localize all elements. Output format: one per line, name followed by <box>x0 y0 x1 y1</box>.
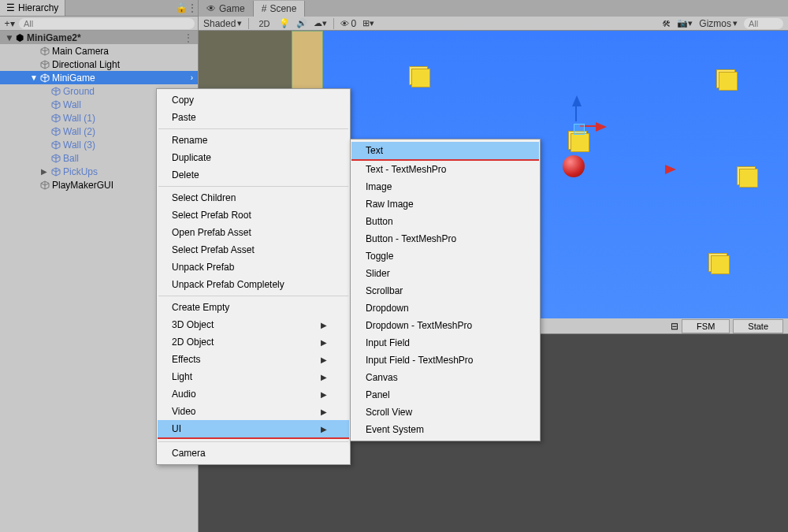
lock-icon[interactable]: 🔒 <box>176 2 187 13</box>
menu-item-slider[interactable]: Slider <box>351 265 539 282</box>
tab-scene[interactable]: # Scene <box>254 1 306 17</box>
fx-icon[interactable]: ☁▾ <box>314 18 327 28</box>
gizmos-dropdown[interactable]: Gizmos ▾ <box>699 18 738 29</box>
menu-item-delete[interactable]: Delete <box>158 166 349 184</box>
menu-item-select-prefab-root[interactable]: Select Prefab Root <box>158 206 349 224</box>
hierarchy-item[interactable]: Directional Light <box>0 58 198 71</box>
menu-item-select-children[interactable]: Select Children <box>158 189 349 206</box>
menu-item-event-system[interactable]: Event System <box>351 421 539 438</box>
gameobject-icon <box>39 46 50 57</box>
transform-gizmo[interactable] <box>558 110 589 141</box>
expand-icon[interactable]: ▼ <box>30 73 38 82</box>
audio-icon[interactable]: 🔊 <box>296 18 307 28</box>
camera-icon[interactable]: 📷▾ <box>677 18 693 28</box>
menu-item-toggle[interactable]: Toggle <box>351 247 539 265</box>
menu-item-input-field-textmeshpro[interactable]: Input Field - TextMeshPro <box>351 352 539 369</box>
visibility-toggle[interactable]: 👁0 <box>340 18 356 29</box>
menu-item-create-empty[interactable]: Create Empty <box>158 299 349 316</box>
hierarchy-item[interactable]: ▼MiniGame› <box>0 71 198 84</box>
menu-item-label: Open Prefab Asset <box>172 227 251 238</box>
collapse-icon[interactable]: ⊟ <box>671 321 678 332</box>
menu-icon[interactable]: ⋮ <box>187 2 198 13</box>
hierarchy-item-label: Wall (2) <box>63 126 95 137</box>
gameobject-icon <box>50 86 61 97</box>
tools-icon[interactable]: 🛠 <box>662 19 671 28</box>
menu-item-light[interactable]: Light▶ <box>158 368 349 385</box>
menu-item-copy[interactable]: Copy <box>158 91 349 109</box>
menu-item-label: Panel <box>366 389 390 400</box>
menu-item-scrollbar[interactable]: Scrollbar <box>351 282 539 299</box>
submenu-arrow-icon: ▶ <box>297 321 327 329</box>
submenu-arrow-icon: ▶ <box>297 373 327 381</box>
menu-item-rename[interactable]: Rename <box>158 132 349 149</box>
menu-item-label: Scroll View <box>366 407 412 418</box>
menu-item-dropdown[interactable]: Dropdown <box>351 299 539 317</box>
menu-item-input-field[interactable]: Input Field <box>351 334 539 352</box>
menu-item-unpack-prefab[interactable]: Unpack Prefab <box>158 259 349 276</box>
menu-item-button[interactable]: Button <box>351 213 539 230</box>
add-button[interactable]: +▾ <box>3 17 16 30</box>
menu-item-open-prefab-asset[interactable]: Open Prefab Asset <box>158 224 349 241</box>
menu-item-select-prefab-asset[interactable]: Select Prefab Asset <box>158 241 349 259</box>
tab-game[interactable]: 👁 Game <box>199 1 254 17</box>
context-menu-main: CopyPasteRenameDuplicateDeleteSelect Chi… <box>156 88 351 465</box>
menu-item-text-textmeshpro[interactable]: Text - TextMeshPro <box>351 161 539 178</box>
menu-item-button-textmeshpro[interactable]: Button - TextMeshPro <box>351 230 539 247</box>
context-menu-ui: TextText - TextMeshProImageRaw ImageButt… <box>350 139 541 441</box>
transform-gizmo-secondary[interactable] <box>627 152 659 184</box>
menu-item-text[interactable]: Text <box>351 142 539 159</box>
pickup-cube[interactable] <box>411 69 432 89</box>
pickup-cube[interactable] <box>739 169 760 189</box>
gameobject-icon <box>39 180 50 191</box>
menu-item-label: Toggle <box>366 251 393 262</box>
scene-search-input[interactable] <box>744 18 783 29</box>
expand-icon[interactable]: ▶ <box>41 167 49 176</box>
menu-item-3d-object[interactable]: 3D Object▶ <box>158 316 349 333</box>
fsm-button[interactable]: FSM <box>682 319 730 333</box>
menu-item-label: Effects <box>172 354 200 365</box>
menu-item-label: Raw Image <box>366 199 414 210</box>
hierarchy-item[interactable]: Main Camera <box>0 44 198 58</box>
scene-options-icon[interactable]: ⋮ <box>184 32 198 43</box>
menu-item-label: Scrollbar <box>366 285 403 296</box>
menu-item-duplicate[interactable]: Duplicate <box>158 149 349 166</box>
menu-item-panel[interactable]: Panel <box>351 386 539 404</box>
menu-item-audio[interactable]: Audio▶ <box>158 385 349 403</box>
ball-object[interactable] <box>563 155 585 177</box>
menu-item-2d-object[interactable]: 2D Object▶ <box>158 333 349 351</box>
menu-item-label: Video <box>172 406 195 417</box>
hierarchy-item-label: Wall (3) <box>63 140 95 151</box>
pickup-cube[interactable] <box>711 255 731 276</box>
prefab-arrow-icon[interactable]: › <box>191 73 198 82</box>
light-icon[interactable]: 💡 <box>279 18 290 28</box>
menu-item-effects[interactable]: Effects▶ <box>158 351 349 368</box>
hierarchy-search-input[interactable] <box>19 18 195 29</box>
menu-item-label: Select Children <box>172 192 236 203</box>
scene-header-row[interactable]: ▼ ⬢ MiniGame2* ⋮ <box>0 31 198 44</box>
menu-item-camera[interactable]: Camera <box>158 445 349 462</box>
scene-name: MiniGame2* <box>27 32 81 43</box>
mode-2d-button[interactable]: 2D <box>255 19 273 28</box>
menu-item-video[interactable]: Video▶ <box>158 403 349 420</box>
menu-item-paste[interactable]: Paste <box>158 109 349 126</box>
menu-item-label: Dropdown - TextMeshPro <box>366 320 472 331</box>
menu-item-dropdown-textmeshpro[interactable]: Dropdown - TextMeshPro <box>351 317 539 334</box>
menu-item-canvas[interactable]: Canvas <box>351 369 539 386</box>
menu-item-label: Input Field - TextMeshPro <box>366 355 474 366</box>
menu-item-image[interactable]: Image <box>351 178 539 195</box>
hierarchy-item-label: Wall (1) <box>63 113 95 124</box>
scene-icon: # <box>262 3 267 14</box>
menu-item-raw-image[interactable]: Raw Image <box>351 195 539 213</box>
pickup-cube[interactable] <box>719 72 739 92</box>
state-button[interactable]: State <box>733 319 783 333</box>
shading-dropdown[interactable]: Shaded ▾ <box>203 18 242 29</box>
menu-item-label: Dropdown <box>366 303 409 314</box>
gameobject-icon <box>50 140 61 151</box>
hierarchy-tab[interactable]: ☰ Hierarchy <box>0 0 65 16</box>
menu-item-ui[interactable]: UI▶ <box>158 420 349 437</box>
menu-item-scroll-view[interactable]: Scroll View <box>351 404 539 421</box>
menu-item-unpack-prefab-completely[interactable]: Unpack Prefab Completely <box>158 276 349 293</box>
grid-icon[interactable]: ⊞▾ <box>362 18 374 28</box>
unity-icon: ⬢ <box>16 32 24 43</box>
expand-icon[interactable]: ▼ <box>5 32 13 43</box>
